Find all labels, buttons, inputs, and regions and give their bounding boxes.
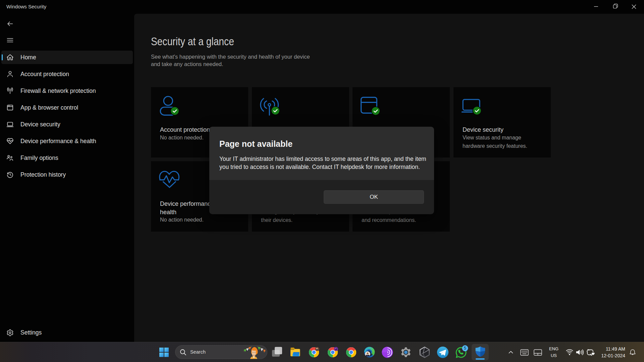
svg-text:5: 5 [464,346,466,351]
